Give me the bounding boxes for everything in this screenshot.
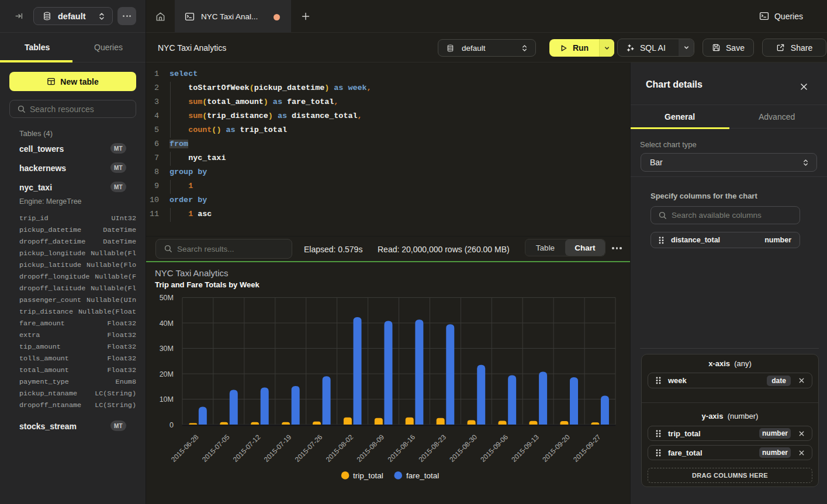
- svg-text:2015-09-06: 2015-09-06: [479, 433, 510, 464]
- svg-text:2015-09-13: 2015-09-13: [510, 433, 541, 464]
- svg-text:30M: 30M: [160, 345, 174, 353]
- svg-text:2015-07-12: 2015-07-12: [231, 433, 262, 464]
- svg-text:40M: 40M: [160, 319, 174, 328]
- svg-text:2015-09-27: 2015-09-27: [572, 433, 603, 464]
- svg-text:20M: 20M: [160, 370, 174, 378]
- svg-text:trip_total: trip_total: [353, 471, 383, 480]
- svg-text:10M: 10M: [160, 395, 174, 404]
- svg-text:2015-07-19: 2015-07-19: [262, 433, 293, 464]
- svg-text:2015-08-23: 2015-08-23: [417, 433, 448, 464]
- svg-text:fare_total: fare_total: [406, 471, 439, 480]
- svg-text:50M: 50M: [160, 294, 174, 302]
- svg-text:2015-08-02: 2015-08-02: [324, 433, 355, 464]
- svg-text:0: 0: [169, 421, 174, 429]
- svg-text:2015-07-26: 2015-07-26: [293, 433, 324, 464]
- svg-text:2015-08-16: 2015-08-16: [386, 433, 417, 464]
- svg-text:2015-08-30: 2015-08-30: [448, 433, 479, 464]
- svg-text:2015-07-05: 2015-07-05: [200, 433, 231, 464]
- svg-text:2015-09-20: 2015-09-20: [541, 433, 572, 464]
- svg-text:2015-06-28: 2015-06-28: [169, 433, 200, 464]
- svg-text:2015-08-09: 2015-08-09: [355, 433, 386, 464]
